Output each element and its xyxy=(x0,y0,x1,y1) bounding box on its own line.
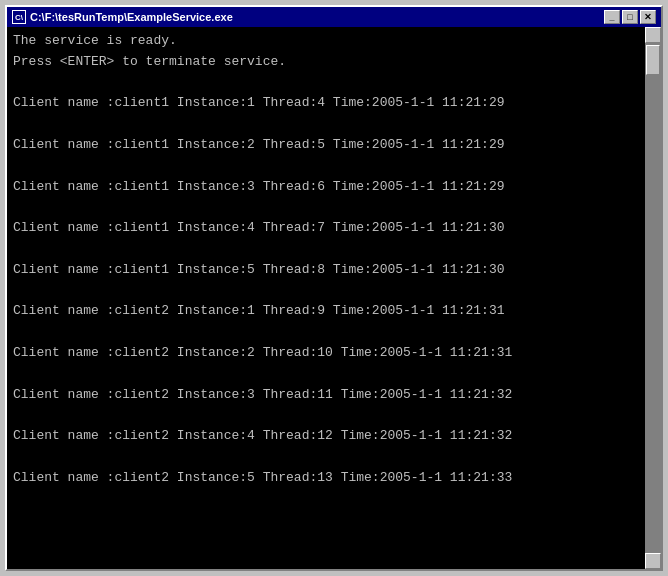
console-line xyxy=(13,114,655,135)
scroll-down-button[interactable]: ▼ xyxy=(645,553,661,569)
console-line xyxy=(13,197,655,218)
console-line: Client name :client2 Instance:4 Thread:1… xyxy=(13,426,655,447)
console-line: Client name :client1 Instance:5 Thread:8… xyxy=(13,260,655,281)
maximize-button[interactable]: □ xyxy=(622,10,638,24)
scroll-up-button[interactable]: ▲ xyxy=(645,27,661,43)
console-line: Client name :client1 Instance:2 Thread:5… xyxy=(13,135,655,156)
console-line: Client name :client1 Instance:1 Thread:4… xyxy=(13,93,655,114)
console-line: Client name :client2 Instance:5 Thread:1… xyxy=(13,468,655,489)
console-line: Client name :client1 Instance:3 Thread:6… xyxy=(13,177,655,198)
console-line: Press <ENTER> to terminate service. xyxy=(13,52,655,73)
close-button[interactable]: ✕ xyxy=(640,10,656,24)
console-line: Client name :client2 Instance:3 Thread:1… xyxy=(13,385,655,406)
console-line xyxy=(13,156,655,177)
window-title: C:\F:\tesRunTemp\ExampleService.exe xyxy=(30,11,233,23)
console-line xyxy=(13,322,655,343)
console-output: The service is ready.Press <ENTER> to te… xyxy=(13,31,655,489)
console-line xyxy=(13,281,655,302)
scrollbar[interactable]: ▲ ▼ xyxy=(645,27,661,569)
console-line: Client name :client1 Instance:4 Thread:7… xyxy=(13,218,655,239)
console-line xyxy=(13,405,655,426)
console-line: Client name :client2 Instance:2 Thread:1… xyxy=(13,343,655,364)
title-bar-left: C\ C:\F:\tesRunTemp\ExampleService.exe xyxy=(12,10,233,24)
console-line xyxy=(13,73,655,94)
console-line xyxy=(13,239,655,260)
console-line: The service is ready. xyxy=(13,31,655,52)
window-icon: C\ xyxy=(12,10,26,24)
console-window: C\ C:\F:\tesRunTemp\ExampleService.exe _… xyxy=(5,5,663,571)
scrollbar-thumb[interactable] xyxy=(646,45,660,75)
console-line xyxy=(13,364,655,385)
title-buttons: _ □ ✕ xyxy=(604,10,656,24)
console-line xyxy=(13,447,655,468)
minimize-button[interactable]: _ xyxy=(604,10,620,24)
console-line: Client name :client2 Instance:1 Thread:9… xyxy=(13,301,655,322)
title-bar: C\ C:\F:\tesRunTemp\ExampleService.exe _… xyxy=(7,7,661,27)
console-area: The service is ready.Press <ENTER> to te… xyxy=(7,27,661,569)
scrollbar-track[interactable] xyxy=(645,43,661,553)
